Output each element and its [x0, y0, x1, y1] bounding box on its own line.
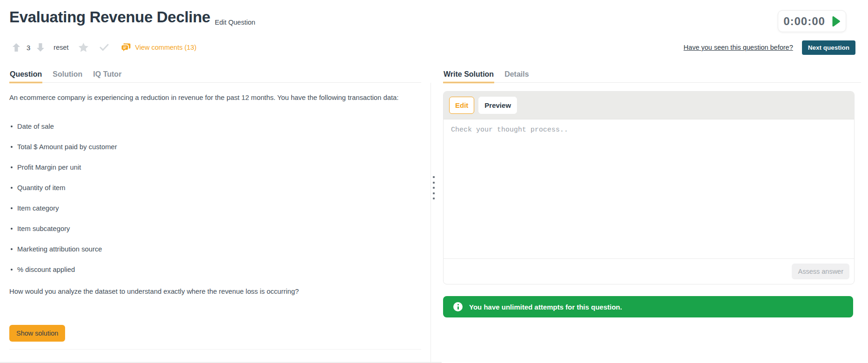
left-tabs: Question Solution IQ Tutor: [9, 69, 122, 83]
mark-solved-button[interactable]: [99, 44, 109, 51]
editor-footer: Assess answer: [444, 258, 854, 284]
timer-value: 0:00:00: [783, 15, 825, 28]
question-intro: An ecommerce company is experiencing a r…: [9, 92, 415, 104]
drag-handle-icon: [433, 187, 435, 189]
comments-icon: [121, 43, 131, 52]
show-solution-button[interactable]: Show solution: [9, 325, 65, 342]
left-panel-divider: [9, 349, 421, 350]
list-item: Profit Margin per unit: [9, 163, 117, 172]
list-item: Total $ Amount paid by customer: [9, 142, 117, 152]
reset-vote-link[interactable]: reset: [53, 44, 68, 51]
solved-icon: [99, 44, 109, 51]
start-timer-button[interactable]: [831, 16, 841, 27]
drag-handle-icon: [433, 198, 435, 199]
panel-divider: [431, 83, 431, 363]
list-item: % discount applied: [9, 265, 117, 274]
editor-toolbar: Edit Preview: [444, 92, 854, 119]
tab-iq-tutor[interactable]: IQ Tutor: [93, 69, 122, 83]
edit-mode-button[interactable]: Edit: [449, 97, 474, 114]
next-question-button[interactable]: Next question: [802, 40, 855, 55]
list-item: Marketing attribution source: [9, 244, 117, 254]
right-tabs: Write Solution Details: [443, 69, 530, 83]
question-prompt: How would you analyze the dataset to und…: [9, 286, 409, 297]
left-tabs-divider: [9, 82, 421, 83]
drag-handle-icon: [433, 182, 435, 184]
solution-input[interactable]: [444, 120, 854, 258]
favorite-button[interactable]: [78, 42, 89, 53]
favorite-icon: [78, 42, 89, 53]
meta-row: 3 reset View comments (13): [9, 41, 855, 54]
vote-group: 3 reset View comments (13): [9, 42, 196, 53]
play-icon: [831, 16, 841, 27]
page-title: Evaluating Revenue Decline: [9, 8, 210, 26]
tab-write-solution[interactable]: Write Solution: [443, 69, 494, 83]
attempts-banner: You have unlimited attempts for this que…: [443, 296, 853, 317]
drag-handle-icon: [433, 176, 435, 178]
data-fields-list: Date of sale Total $ Amount paid by cust…: [9, 122, 117, 285]
edit-question-link[interactable]: Edit Question: [215, 19, 255, 26]
view-comments-link[interactable]: View comments (13): [121, 43, 197, 52]
panel-resize-handle[interactable]: [431, 176, 437, 200]
right-tabs-divider: [443, 82, 861, 83]
tab-question[interactable]: Question: [9, 69, 42, 83]
list-item: Item subcategory: [9, 224, 117, 233]
tab-solution[interactable]: Solution: [52, 69, 83, 83]
upvote-button[interactable]: [12, 43, 20, 52]
solution-editor: Edit Preview Assess answer: [443, 91, 855, 284]
list-item: Date of sale: [9, 122, 117, 131]
timer: 0:00:00: [778, 10, 846, 32]
bottom-divider: [0, 362, 442, 363]
downvote-icon: [36, 43, 45, 52]
preview-mode-button[interactable]: Preview: [478, 97, 517, 114]
vote-count: 3: [27, 44, 30, 52]
seen-before-link[interactable]: Have you seen this question before?: [683, 44, 793, 51]
header-actions: Have you seen this question before? Next…: [683, 40, 855, 55]
info-icon: [453, 302, 463, 311]
editor-body: [444, 120, 854, 258]
downvote-button[interactable]: [36, 43, 45, 52]
list-item: Quantity of item: [9, 183, 117, 192]
tab-details[interactable]: Details: [504, 69, 529, 83]
assess-answer-button[interactable]: Assess answer: [792, 264, 849, 279]
upvote-icon: [12, 43, 20, 52]
list-item: Item category: [9, 204, 117, 213]
view-comments-label: View comments (13): [135, 44, 197, 51]
attempts-banner-text: You have unlimited attempts for this que…: [469, 303, 622, 311]
drag-handle-icon: [433, 192, 435, 194]
